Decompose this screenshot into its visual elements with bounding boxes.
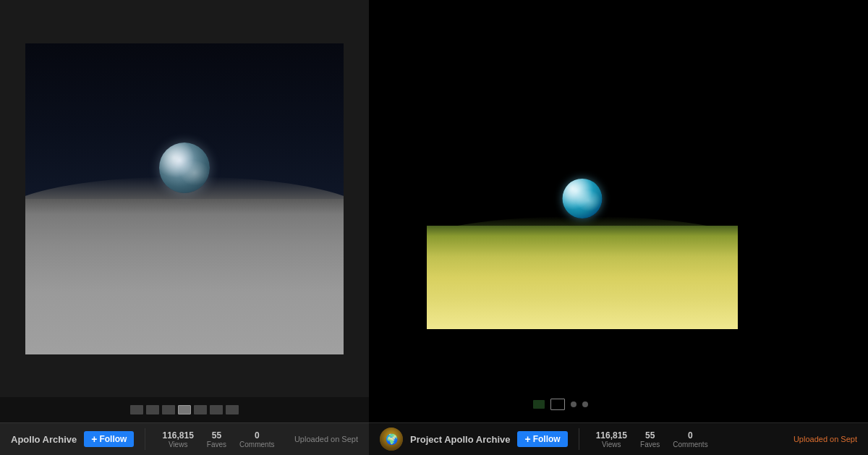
- right-upload-text: Uploaded on Sept: [793, 435, 857, 443]
- left-moon-surface: [25, 199, 344, 354]
- left-image-area[interactable]: [0, 0, 369, 397]
- left-comments-value: 0: [255, 430, 260, 441]
- thumbnail-3[interactable]: [162, 405, 175, 414]
- follow-plus-icon: +: [91, 434, 97, 444]
- right-footer: 🌍 Project Apollo Archive + Follow 116,81…: [369, 422, 868, 455]
- right-views-label: Views: [602, 441, 621, 448]
- left-upload-text-content: Uploaded on Sept: [294, 435, 358, 443]
- left-follow-button[interactable]: + Follow: [84, 431, 134, 447]
- left-footer: Apollo Archive + Follow 116,815 Views 55…: [0, 422, 369, 455]
- left-panel: Apollo Archive + Follow 116,815 Views 55…: [0, 0, 369, 455]
- right-thumbnail-2-active[interactable]: [550, 399, 565, 410]
- thumbnail-4-active[interactable]: [178, 405, 191, 414]
- right-follow-plus-icon: +: [524, 434, 530, 444]
- right-moon-surface: [427, 226, 738, 329]
- left-earth: [159, 143, 210, 193]
- thumbnail-6[interactable]: [210, 405, 223, 414]
- right-thumbnail-3[interactable]: [571, 401, 576, 407]
- right-faves-stat: 55 Faves: [640, 430, 660, 448]
- thumbnail-2[interactable]: [146, 405, 159, 414]
- right-comments-label: Comments: [673, 441, 707, 448]
- left-photo-frame: [25, 43, 344, 354]
- right-thumbnail-4[interactable]: [582, 401, 588, 407]
- right-thumbnail-1[interactable]: [533, 400, 545, 409]
- left-comments-stat: 0 Comments: [239, 430, 274, 448]
- right-avatar-image: 🌍: [380, 428, 403, 451]
- right-views-stat: 116,815 Views: [596, 430, 627, 448]
- thumbnail-5[interactable]: [194, 405, 207, 414]
- right-divider-1: [579, 428, 579, 450]
- right-channel-name: Project Apollo Archive: [410, 434, 510, 445]
- left-follow-label: Follow: [99, 434, 127, 444]
- right-follow-label: Follow: [533, 434, 561, 444]
- right-thumbnail-bar: [405, 394, 716, 415]
- thumbnail-1[interactable]: [130, 405, 143, 414]
- right-earth-clouds: [563, 179, 603, 218]
- right-photo-frame: [427, 141, 738, 329]
- left-faves-label: Faves: [207, 441, 226, 448]
- right-faves-label: Faves: [640, 441, 660, 448]
- right-follow-button[interactable]: + Follow: [517, 431, 567, 447]
- thumbnail-7[interactable]: [226, 405, 239, 414]
- main-container: Apollo Archive + Follow 116,815 Views 55…: [0, 0, 868, 455]
- right-panel: 🌍 Project Apollo Archive + Follow 116,81…: [369, 0, 868, 455]
- right-comments-value: 0: [688, 430, 693, 441]
- right-earth: [563, 179, 603, 218]
- right-avatar[interactable]: 🌍: [380, 428, 403, 451]
- left-comments-label: Comments: [239, 441, 274, 448]
- left-thumbnail-bar: [0, 397, 369, 422]
- left-views-stat: 116,815 Views: [162, 430, 193, 448]
- left-faves-value: 55: [212, 430, 221, 441]
- left-faves-stat: 55 Faves: [207, 430, 226, 448]
- right-faves-value: 55: [645, 430, 655, 441]
- right-image-area[interactable]: [369, 0, 868, 455]
- right-views-value: 116,815: [596, 430, 627, 441]
- left-upload-text: Uploaded on Sept: [294, 435, 358, 443]
- left-channel-name: Apollo Archive: [11, 434, 77, 445]
- right-upload-text-content: Uploaded on Sept: [793, 435, 857, 443]
- left-views-label: Views: [169, 441, 188, 448]
- left-divider-1: [145, 428, 145, 450]
- left-views-value: 116,815: [162, 430, 193, 441]
- left-earth-clouds: [159, 143, 210, 193]
- right-comments-stat: 0 Comments: [673, 430, 707, 448]
